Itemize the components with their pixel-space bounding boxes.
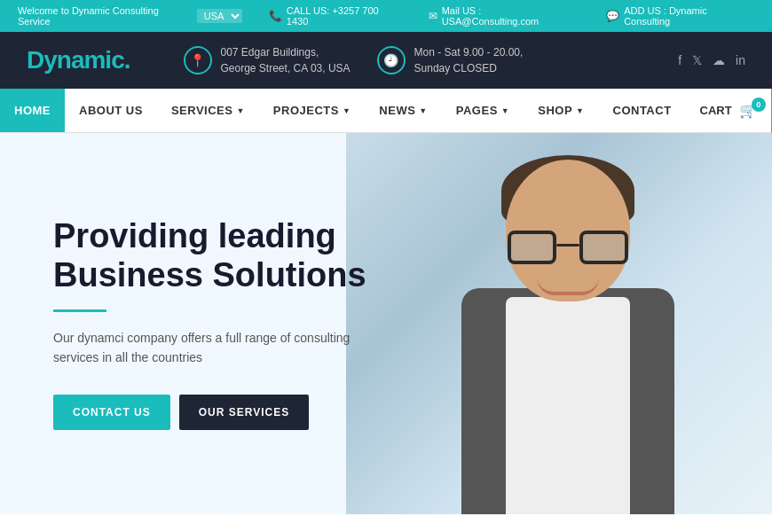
hours-line1: Mon - Sat 9.00 - 20.00,: [414, 44, 524, 60]
mail-icon: ✉: [429, 10, 437, 22]
site-logo[interactable]: Dynamic.: [27, 46, 130, 74]
facebook-icon[interactable]: f: [678, 53, 681, 67]
header-info: 📍 007 Edgar Buildings, George Street, CA…: [166, 44, 746, 76]
person-smile: [537, 278, 599, 295]
shop-arrow: ▼: [576, 106, 584, 115]
news-arrow: ▼: [419, 106, 427, 115]
country-select[interactable]: USA: [197, 9, 242, 23]
pages-arrow: ▼: [501, 106, 509, 115]
person-glasses-bridge: [556, 244, 579, 246]
nav-item-about[interactable]: ABOUT US: [65, 89, 157, 132]
top-bar-mail: ✉ Mail US : USA@Consulting.com: [429, 5, 580, 27]
nav-item-news[interactable]: NEWS ▼: [365, 89, 441, 132]
call-text: CALL US: +3257 700 1430: [287, 5, 402, 27]
logo-text: Dynamic: [27, 46, 124, 74]
address-line2: George Street, CA 03, USA: [221, 60, 351, 76]
skype-icon: 💬: [606, 10, 619, 22]
address-text: 007 Edgar Buildings, George Street, CA 0…: [221, 44, 351, 76]
nav-item-contact[interactable]: CONTACT: [599, 89, 686, 132]
hero-title-line2: Business Solutions: [53, 256, 366, 293]
main-nav: HOME ABOUT US SERVICES ▼ PROJECTS ▼ NEWS…: [0, 89, 772, 133]
cart-button[interactable]: CART 🛒 0: [686, 89, 771, 132]
nav-item-shop[interactable]: SHOP ▼: [524, 89, 598, 132]
hours-info: 🕘 Mon - Sat 9.00 - 20.00, Sunday CLOSED: [377, 44, 524, 76]
hero-title: Providing leading Business Solutions: [53, 217, 373, 294]
logo-dot: .: [124, 46, 130, 74]
contact-us-button[interactable]: CONTACT US: [53, 395, 170, 430]
top-bar: Welcome to Dynamic Consulting Service US…: [0, 0, 772, 32]
hero-person-illustration: [417, 151, 719, 514]
person-glasses-right: [579, 231, 628, 264]
welcome-text: Welcome to Dynamic Consulting Service: [18, 5, 192, 27]
top-bar-add: 💬 ADD US : Dynamic Consulting: [606, 5, 754, 27]
location-icon: 📍: [184, 46, 212, 74]
person-shirt: [506, 297, 630, 514]
nav-item-services[interactable]: SERVICES ▼: [157, 89, 259, 132]
nav-item-pages[interactable]: PAGES ▼: [442, 89, 524, 132]
our-services-button[interactable]: OUR SERVICES: [179, 395, 309, 430]
top-bar-welcome: Welcome to Dynamic Consulting Service US…: [18, 5, 242, 27]
projects-arrow: ▼: [343, 106, 351, 115]
top-bar-call: 📞 CALL US: +3257 700 1430: [269, 5, 402, 27]
social-icons: f 𝕏 ☁ in: [678, 53, 745, 67]
site-header: Dynamic. 📍 007 Edgar Buildings, George S…: [0, 32, 772, 89]
nav-item-projects[interactable]: PROJECTS ▼: [259, 89, 366, 132]
hero-section: Providing leading Business Solutions Our…: [0, 133, 772, 514]
hours-line2: Sunday CLOSED: [414, 60, 524, 76]
mail-text: Mail US : USA@Consulting.com: [442, 5, 580, 27]
hero-content: Providing leading Business Solutions Our…: [0, 164, 426, 482]
address-line1: 007 Edgar Buildings,: [221, 44, 351, 60]
services-arrow: ▼: [236, 106, 244, 115]
linkedin-icon[interactable]: in: [736, 53, 745, 67]
add-text: ADD US : Dynamic Consulting: [624, 5, 754, 27]
address-info: 📍 007 Edgar Buildings, George Street, CA…: [184, 44, 351, 76]
skype-social-icon[interactable]: ☁: [713, 53, 725, 67]
hero-divider: [53, 309, 106, 312]
phone-icon: 📞: [269, 10, 282, 22]
hours-text: Mon - Sat 9.00 - 20.00, Sunday CLOSED: [414, 44, 524, 76]
cart-count: 0: [752, 98, 766, 112]
hero-description: Our dynamci company offers a full range …: [53, 328, 373, 368]
person-glasses-left: [508, 231, 556, 264]
nav-item-home[interactable]: HOME: [0, 89, 65, 132]
hero-buttons: CONTACT US OUR SERVICES: [53, 395, 373, 430]
twitter-icon[interactable]: 𝕏: [692, 53, 702, 67]
nav-right: CART 🛒 0 🔍: [686, 89, 772, 132]
cart-label: CART: [700, 104, 732, 117]
hero-title-line1: Providing leading: [53, 217, 336, 254]
clock-icon: 🕘: [377, 46, 406, 74]
